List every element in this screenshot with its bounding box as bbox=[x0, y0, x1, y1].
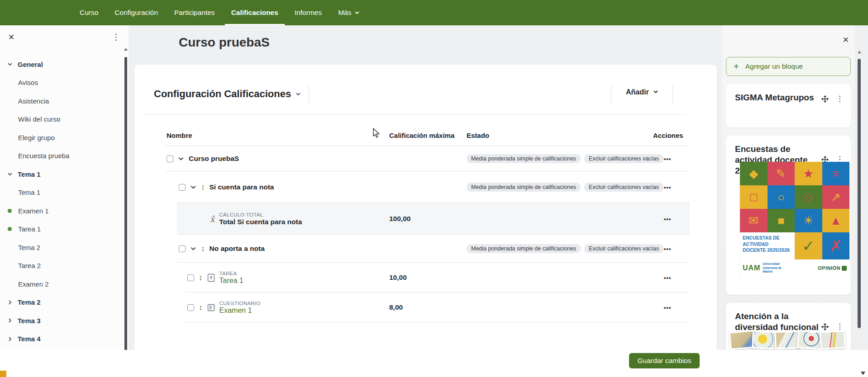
course-index-drawer: ✕ ⋮ General Avisos Asistencia Wiki del c… bbox=[0, 25, 129, 357]
grade-item-link[interactable]: Tarea 1 bbox=[219, 277, 243, 285]
tab-participantes[interactable]: Participantes bbox=[166, 0, 223, 25]
block-sigma-metagrupos: SIGMA Metagrupos ⋮ bbox=[726, 84, 851, 127]
row-checkbox[interactable] bbox=[167, 156, 173, 162]
move-handle-icon[interactable]: ↕ bbox=[199, 304, 203, 311]
completion-dot bbox=[8, 227, 12, 231]
row-name: Total Si cuenta para nota bbox=[219, 218, 302, 226]
row-type-label: CUESTIONARIO bbox=[219, 301, 261, 306]
index-item-tarea1[interactable]: Tarea 1 bbox=[0, 220, 123, 239]
poster-tile-documents-icon: □ bbox=[740, 185, 768, 209]
index-section-tema3[interactable]: Tema 3 bbox=[0, 311, 123, 330]
close-blocks-drawer-icon[interactable]: ✕ bbox=[843, 35, 849, 45]
chevron-down-icon bbox=[7, 171, 14, 177]
row-actions-menu[interactable]: ••• bbox=[664, 184, 672, 191]
chevron-right-icon bbox=[7, 336, 14, 342]
tab-mas[interactable]: Más bbox=[330, 0, 368, 25]
blocks-drawer: ✕ + Agregar un bloque SIGMA Metagrupos ⋮… bbox=[722, 25, 854, 377]
sticky-footer: Guardar cambios bbox=[0, 350, 868, 377]
poster-tile-notebook-icon: ■ bbox=[768, 209, 795, 232]
collapse-chevron-icon[interactable] bbox=[190, 184, 196, 190]
chevron-down-icon bbox=[296, 91, 301, 97]
chevron-right-icon bbox=[7, 300, 14, 305]
row-checkbox[interactable] bbox=[179, 184, 186, 191]
course-navbar: Curso Configuración Participantes Califi… bbox=[0, 0, 868, 25]
index-item-asistencia[interactable]: Asistencia bbox=[0, 92, 123, 110]
index-item-examen1[interactable]: Examen 1 bbox=[0, 202, 123, 220]
tab-calificaciones[interactable]: Calificaciones bbox=[223, 0, 286, 25]
status-badge: Excluir calificaciones vacías bbox=[584, 244, 663, 253]
gradebook-view-selector[interactable]: Configuración Calificaciones bbox=[154, 88, 301, 100]
tab-curso[interactable]: Curso bbox=[72, 0, 106, 25]
table-row-course: Curso pruebaS Media ponderada simple de … bbox=[165, 146, 690, 171]
row-checkbox[interactable] bbox=[187, 274, 194, 281]
index-item-encuesta-prueba[interactable]: Encuesta prueba bbox=[0, 147, 123, 165]
col-header-acciones: Acciones bbox=[653, 132, 683, 139]
move-block-icon[interactable] bbox=[821, 95, 829, 103]
status-badge: Media ponderada simple de calificaciones bbox=[467, 154, 581, 163]
index-item-avisos[interactable]: Avisos bbox=[0, 74, 123, 92]
gradebook-card: Configuración Calificaciones Añadir Nomb… bbox=[134, 65, 717, 377]
move-handle-icon[interactable]: ↕ bbox=[201, 184, 205, 191]
corner-accent bbox=[0, 371, 6, 377]
status-badge: Excluir calificaciones vacías bbox=[584, 183, 663, 192]
header-divider bbox=[672, 85, 673, 104]
row-actions-menu[interactable]: ••• bbox=[664, 304, 672, 311]
chevron-down-icon bbox=[653, 88, 658, 96]
left-drawer-scrollbar[interactable] bbox=[124, 57, 127, 353]
drawer-kebab-icon[interactable]: ⋮ bbox=[112, 32, 120, 42]
row-max-grade: 100,00 bbox=[389, 203, 410, 235]
close-drawer-icon[interactable]: ✕ bbox=[8, 33, 14, 42]
index-section-tema2[interactable]: Tema 2 bbox=[0, 293, 123, 312]
gradebook-table: Nombre Calificación máxima Estado Accion… bbox=[165, 126, 690, 322]
add-block-button[interactable]: + Agregar un bloque bbox=[726, 57, 851, 76]
index-section-tema1[interactable]: Tema 1 bbox=[0, 165, 123, 184]
index-section-tema4[interactable]: Tema 4 bbox=[0, 330, 123, 349]
chevron-down-icon bbox=[7, 61, 14, 67]
index-item-tarea2[interactable]: Tarea 2 bbox=[0, 257, 123, 275]
row-actions-menu[interactable]: ••• bbox=[664, 245, 672, 252]
block-kebab-icon[interactable]: ⋮ bbox=[836, 94, 844, 104]
collapse-chevron-icon[interactable] bbox=[190, 245, 196, 252]
table-row-category: ↕ No aporta a nota Media ponderada simpl… bbox=[165, 235, 690, 263]
header-divider bbox=[309, 85, 309, 104]
poster-tile-magnifier-icon: ○ bbox=[768, 185, 795, 209]
index-item-elegir-grupo[interactable]: Elegir grupo bbox=[0, 128, 123, 147]
move-handle-icon[interactable]: ↕ bbox=[199, 274, 203, 282]
assignment-icon bbox=[207, 273, 215, 282]
index-section-general[interactable]: General bbox=[0, 55, 123, 74]
opinion-logo-square bbox=[842, 266, 847, 271]
diversidad-photo-strip[interactable] bbox=[730, 331, 843, 349]
index-item-tema1[interactable]: Tema 1 bbox=[0, 184, 123, 202]
collapse-chevron-icon[interactable] bbox=[178, 156, 184, 162]
photo-thumbnail bbox=[752, 330, 778, 350]
tab-informes[interactable]: Informes bbox=[286, 0, 330, 25]
index-item-wiki[interactable]: Wiki del curso bbox=[0, 110, 123, 129]
plus-icon: + bbox=[734, 62, 739, 71]
row-actions-menu[interactable]: ••• bbox=[664, 156, 672, 162]
row-checkbox[interactable] bbox=[187, 304, 194, 311]
chevron-down-icon bbox=[354, 10, 360, 15]
save-changes-button[interactable]: Guardar cambios bbox=[629, 353, 700, 368]
encuestas-poster-image[interactable]: ◆✎★≡□○◇↗✉■☀▲ ENCUESTAS DE ACTIVIDAD DOCE… bbox=[740, 162, 849, 277]
grade-item-link[interactable]: Examen 1 bbox=[219, 306, 261, 315]
row-checkbox[interactable] bbox=[179, 245, 186, 252]
row-actions-menu[interactable]: ••• bbox=[664, 216, 672, 222]
scrollbar-up-arrow[interactable] bbox=[124, 48, 128, 51]
right-drawer-scrollbar[interactable] bbox=[858, 59, 861, 328]
row-name: Curso pruebaS bbox=[189, 155, 239, 163]
page-title: Curso pruebaS bbox=[179, 35, 270, 50]
uam-logo-subtext: Universidad Autónoma de Madrid bbox=[763, 262, 791, 273]
tab-configuracion[interactable]: Configuración bbox=[106, 0, 166, 25]
col-header-estado: Estado bbox=[467, 132, 489, 139]
index-item-examen2[interactable]: Examen 2 bbox=[0, 275, 123, 293]
move-handle-icon[interactable]: ↕ bbox=[201, 245, 205, 253]
add-menu-button[interactable]: Añadir bbox=[626, 88, 658, 96]
check-icon: ✓ bbox=[795, 232, 822, 259]
scrollbar-up-arrow[interactable] bbox=[858, 51, 861, 53]
index-item-tema2[interactable]: Tema 2 bbox=[0, 238, 123, 257]
row-actions-menu[interactable]: ••• bbox=[664, 274, 672, 281]
poster-tile-org-chart-icon: ≡ bbox=[822, 162, 850, 185]
row-name: Si cuenta para nota bbox=[210, 183, 274, 191]
scrollbar-down-arrow[interactable] bbox=[861, 372, 865, 375]
move-block-icon[interactable] bbox=[821, 323, 829, 330]
